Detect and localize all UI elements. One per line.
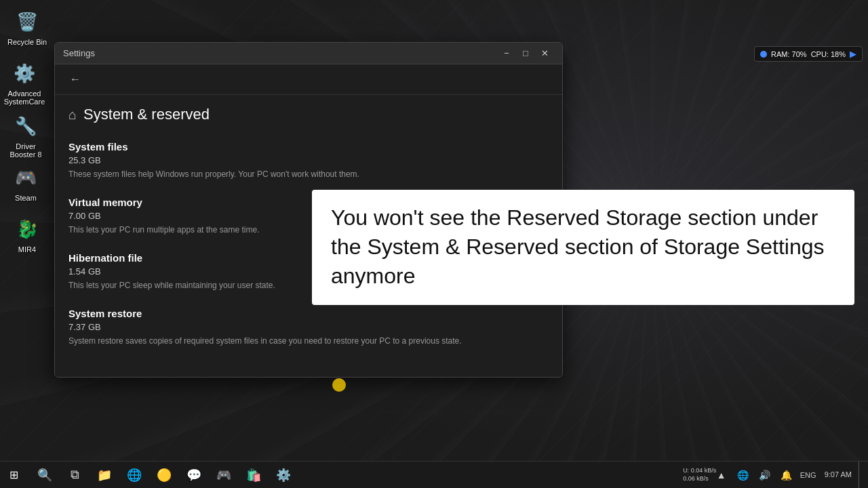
page-title-row: ⌂ System & reserved <box>55 95 562 134</box>
taskbar-app-store[interactable]: 🛍️ <box>239 462 269 489</box>
taskbar-app-cortana[interactable]: 💬 <box>179 462 209 489</box>
taskbar-app-file-explorer[interactable]: 📁 <box>90 462 119 489</box>
section-desc-system-restore: System restore saves copies of required … <box>68 335 549 347</box>
show-desktop-button[interactable] <box>859 462 863 489</box>
icon-img-advanced-systemcare: ⚙️ <box>11 60 38 87</box>
desktop-icon-driver-booster[interactable]: 🔧 Driver Booster 8 <box>1 110 50 161</box>
taskbar-app-xbox[interactable]: 🎮 <box>209 462 239 489</box>
monitor-arrow-icon: ▶ <box>850 49 856 59</box>
icon-label-driver-booster: Driver Booster 8 <box>4 142 47 159</box>
window-titlebar: Settings − □ ✕ <box>55 43 562 64</box>
minimize-button[interactable]: − <box>497 44 516 63</box>
taskbar-apps: 🔍⧉📁🌐🟡💬🎮🛍️⚙️ <box>30 462 685 489</box>
clock[interactable]: 9:07 AM <box>821 470 856 480</box>
desktop-icon-advanced-systemcare[interactable]: ⚙️ Advanced SystemCare <box>0 57 49 108</box>
section-system-files: System files 25.3 GB These system files … <box>68 141 549 180</box>
tray-chevron[interactable]: ▲ <box>712 462 731 489</box>
taskbar-app-settings-app[interactable]: ⚙️ <box>269 462 298 489</box>
section-desc-system-files: These system files help Windows run prop… <box>68 168 549 180</box>
tooltip-text: You won't see the Reserved Storage secti… <box>331 205 824 288</box>
desktop: 🗑️ Recycle Bin ⚙️ Advanced SystemCare 🔧 … <box>0 0 868 488</box>
system-monitor-badge[interactable]: RAM: 70% CPU: 18% ▶ <box>754 46 863 62</box>
desktop-icon-steam[interactable]: 🎮 Steam <box>1 161 50 205</box>
icon-img-recycle-bin: 🗑️ <box>14 8 41 35</box>
taskbar-app-edge[interactable]: 🌐 <box>119 462 149 489</box>
clock-time: 9:07 AM <box>825 470 852 480</box>
back-button[interactable]: ← <box>66 70 85 89</box>
network-icon[interactable]: 🌐 <box>734 462 753 489</box>
desktop-icon-mir4[interactable]: 🐉 MIR4 <box>3 213 52 256</box>
taskbar-app-search[interactable]: 🔍 <box>30 462 60 489</box>
taskbar-app-task-view[interactable]: ⧉ <box>60 462 90 489</box>
section-size-system-restore: 7.37 GB <box>68 322 549 332</box>
icon-label-advanced-systemcare: Advanced SystemCare <box>3 89 46 106</box>
keyboard-icon[interactable]: ENG <box>799 462 818 489</box>
icon-label-recycle-bin: Recycle Bin <box>7 38 47 46</box>
window-navigation: ← <box>55 64 562 95</box>
icon-img-driver-booster: 🔧 <box>12 113 39 140</box>
notification-icon[interactable]: 🔔 <box>777 462 796 489</box>
taskbar: ⊞ 🔍⧉📁🌐🟡💬🎮🛍️⚙️ U: 0.04 kB/s 0.06 kB/s ▲ 🌐… <box>0 461 868 488</box>
close-button[interactable]: ✕ <box>535 44 554 63</box>
icon-label-steam: Steam <box>15 194 37 202</box>
section-system-restore: System restore 7.37 GB System restore sa… <box>68 308 549 347</box>
page-title: System & reserved <box>83 106 210 123</box>
section-size-system-files: 25.3 GB <box>68 155 549 165</box>
start-button[interactable]: ⊞ <box>0 462 27 489</box>
section-heading-system-files: System files <box>68 141 549 152</box>
monitor-indicator <box>760 51 767 58</box>
ram-label: RAM: 70% <box>771 50 807 58</box>
icon-label-mir4: MIR4 <box>18 245 36 253</box>
window-title: Settings <box>63 48 497 58</box>
maximize-button[interactable]: □ <box>516 44 535 63</box>
icon-img-steam: 🎮 <box>12 164 39 191</box>
tooltip-overlay: You won't see the Reserved Storage secti… <box>312 190 854 305</box>
taskbar-tray: U: 0.04 kB/s 0.06 kB/s ▲ 🌐 🔊 🔔 ENG 9:07 … <box>685 462 868 489</box>
cpu-label: CPU: 18% <box>811 50 846 58</box>
home-icon: ⌂ <box>68 107 77 123</box>
volume-icon[interactable]: 🔊 <box>755 462 774 489</box>
taskbar-app-chrome[interactable]: 🟡 <box>149 462 179 489</box>
icon-img-mir4: 🐉 <box>14 216 41 243</box>
network-speed-indicator[interactable]: U: 0.04 kB/s 0.06 kB/s <box>690 462 709 489</box>
section-heading-system-restore: System restore <box>68 308 549 319</box>
desktop-icon-recycle-bin[interactable]: 🗑️ Recycle Bin <box>3 5 52 49</box>
